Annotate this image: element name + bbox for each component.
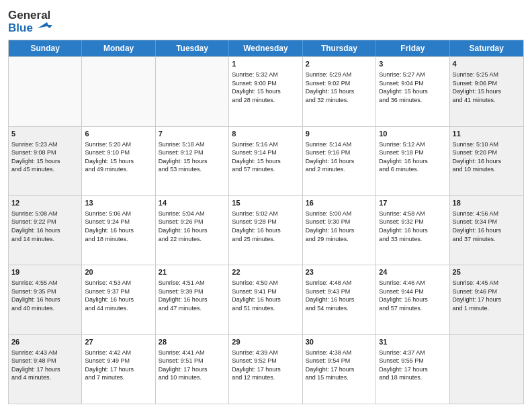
header-day-monday: Monday: [82, 40, 155, 56]
day-info: Sunrise: 5:29 AM Sunset: 9:02 PM Dayligh…: [306, 71, 373, 104]
day-info: Sunrise: 5:32 AM Sunset: 9:00 PM Dayligh…: [232, 71, 299, 104]
page: General Blue SundayMondayTuesdayWednesda…: [0, 0, 532, 411]
calendar-cell: 28Sunrise: 4:41 AM Sunset: 9:51 PM Dayli…: [156, 335, 229, 404]
calendar-cell: [82, 57, 155, 126]
day-number: 30: [306, 337, 373, 347]
day-info: Sunrise: 5:00 AM Sunset: 9:30 PM Dayligh…: [306, 210, 373, 243]
day-number: 5: [11, 129, 79, 139]
day-number: 13: [85, 198, 152, 208]
calendar-cell: 3Sunrise: 5:27 AM Sunset: 9:04 PM Daylig…: [376, 57, 449, 126]
day-number: 18: [453, 198, 521, 208]
header-day-friday: Friday: [376, 40, 449, 56]
calendar-cell: 1Sunrise: 5:32 AM Sunset: 9:00 PM Daylig…: [229, 57, 302, 126]
calendar-cell: 30Sunrise: 4:38 AM Sunset: 9:54 PM Dayli…: [303, 335, 376, 404]
calendar-cell: 8Sunrise: 5:16 AM Sunset: 9:14 PM Daylig…: [229, 127, 302, 195]
calendar-cell: 4Sunrise: 5:25 AM Sunset: 9:06 PM Daylig…: [450, 57, 523, 126]
calendar-cell: 25Sunrise: 4:45 AM Sunset: 9:46 PM Dayli…: [450, 265, 523, 334]
calendar-cell: 13Sunrise: 5:06 AM Sunset: 9:24 PM Dayli…: [82, 196, 155, 265]
calendar-cell: 6Sunrise: 5:20 AM Sunset: 9:10 PM Daylig…: [82, 127, 155, 195]
header-day-thursday: Thursday: [303, 40, 376, 56]
day-number: 23: [306, 267, 373, 277]
calendar-cell: 18Sunrise: 4:56 AM Sunset: 9:34 PM Dayli…: [450, 196, 523, 265]
header: General Blue: [8, 7, 524, 34]
logo-general: General: [8, 9, 52, 22]
day-number: 3: [379, 59, 446, 69]
day-info: Sunrise: 4:51 AM Sunset: 9:39 PM Dayligh…: [159, 279, 226, 312]
day-info: Sunrise: 5:14 AM Sunset: 9:16 PM Dayligh…: [306, 140, 373, 174]
day-info: Sunrise: 4:50 AM Sunset: 9:41 PM Dayligh…: [232, 279, 299, 312]
day-number: 12: [11, 198, 79, 208]
day-number: 16: [306, 198, 373, 208]
day-info: Sunrise: 4:46 AM Sunset: 9:44 PM Dayligh…: [379, 279, 446, 312]
calendar-cell: 20Sunrise: 4:53 AM Sunset: 9:37 PM Dayli…: [82, 265, 155, 334]
day-number: 10: [379, 129, 446, 139]
day-info: Sunrise: 4:53 AM Sunset: 9:37 PM Dayligh…: [85, 279, 152, 312]
calendar-cell: 24Sunrise: 4:46 AM Sunset: 9:44 PM Dayli…: [376, 265, 449, 334]
day-info: Sunrise: 5:16 AM Sunset: 9:14 PM Dayligh…: [232, 140, 299, 174]
calendar-cell: 14Sunrise: 5:04 AM Sunset: 9:26 PM Dayli…: [156, 196, 229, 265]
calendar-body: 1Sunrise: 5:32 AM Sunset: 9:00 PM Daylig…: [9, 56, 523, 404]
calendar-cell: 5Sunrise: 5:23 AM Sunset: 9:08 PM Daylig…: [9, 127, 82, 195]
day-number: 2: [306, 59, 373, 69]
day-number: 21: [159, 267, 226, 277]
week-row-4: 19Sunrise: 4:55 AM Sunset: 9:35 PM Dayli…: [9, 265, 523, 334]
day-number: 11: [453, 129, 521, 139]
calendar-cell: 7Sunrise: 5:18 AM Sunset: 9:12 PM Daylig…: [156, 127, 229, 195]
day-number: 22: [232, 267, 299, 277]
calendar: SundayMondayTuesdayWednesdayThursdayFrid…: [8, 40, 524, 404]
day-number: 28: [159, 337, 226, 347]
week-row-5: 26Sunrise: 4:43 AM Sunset: 9:48 PM Dayli…: [9, 334, 523, 404]
day-info: Sunrise: 5:04 AM Sunset: 9:26 PM Dayligh…: [159, 210, 226, 243]
calendar-cell: 31Sunrise: 4:37 AM Sunset: 9:55 PM Dayli…: [376, 335, 449, 404]
day-info: Sunrise: 4:45 AM Sunset: 9:46 PM Dayligh…: [453, 279, 521, 312]
day-info: Sunrise: 4:41 AM Sunset: 9:51 PM Dayligh…: [159, 349, 226, 382]
day-info: Sunrise: 4:58 AM Sunset: 9:32 PM Dayligh…: [379, 210, 446, 243]
day-info: Sunrise: 5:06 AM Sunset: 9:24 PM Dayligh…: [85, 210, 152, 243]
week-row-3: 12Sunrise: 5:08 AM Sunset: 9:22 PM Dayli…: [9, 195, 523, 265]
day-number: 14: [159, 198, 226, 208]
week-row-2: 5Sunrise: 5:23 AM Sunset: 9:08 PM Daylig…: [9, 126, 523, 195]
logo: General Blue: [8, 7, 52, 34]
calendar-cell: [450, 335, 523, 404]
header-day-tuesday: Tuesday: [156, 40, 229, 56]
day-number: 15: [232, 198, 299, 208]
calendar-cell: [9, 57, 82, 126]
day-info: Sunrise: 5:20 AM Sunset: 9:10 PM Dayligh…: [85, 140, 152, 174]
calendar-header-row: SundayMondayTuesdayWednesdayThursdayFrid…: [9, 40, 523, 56]
calendar-cell: 16Sunrise: 5:00 AM Sunset: 9:30 PM Dayli…: [303, 196, 376, 265]
day-info: Sunrise: 4:42 AM Sunset: 9:49 PM Dayligh…: [85, 349, 152, 382]
day-number: 27: [85, 337, 152, 347]
day-number: 31: [379, 337, 446, 347]
calendar-cell: 23Sunrise: 4:48 AM Sunset: 9:43 PM Dayli…: [303, 265, 376, 334]
calendar-cell: 15Sunrise: 5:02 AM Sunset: 9:28 PM Dayli…: [229, 196, 302, 265]
calendar-cell: 22Sunrise: 4:50 AM Sunset: 9:41 PM Dayli…: [229, 265, 302, 334]
day-number: 20: [85, 267, 152, 277]
day-number: 26: [11, 337, 79, 347]
week-row-1: 1Sunrise: 5:32 AM Sunset: 9:00 PM Daylig…: [9, 56, 523, 126]
day-info: Sunrise: 5:27 AM Sunset: 9:04 PM Dayligh…: [379, 71, 446, 104]
day-number: 6: [85, 129, 152, 139]
day-info: Sunrise: 4:48 AM Sunset: 9:43 PM Dayligh…: [306, 279, 373, 312]
calendar-cell: 29Sunrise: 4:39 AM Sunset: 9:52 PM Dayli…: [229, 335, 302, 404]
header-day-wednesday: Wednesday: [229, 40, 302, 56]
calendar-cell: 2Sunrise: 5:29 AM Sunset: 9:02 PM Daylig…: [303, 57, 376, 126]
logo-bird-icon: [38, 22, 52, 34]
calendar-cell: 11Sunrise: 5:10 AM Sunset: 9:20 PM Dayli…: [450, 127, 523, 195]
day-info: Sunrise: 5:08 AM Sunset: 9:22 PM Dayligh…: [11, 210, 79, 243]
day-info: Sunrise: 4:39 AM Sunset: 9:52 PM Dayligh…: [232, 349, 299, 382]
day-info: Sunrise: 4:37 AM Sunset: 9:55 PM Dayligh…: [379, 349, 446, 382]
calendar-cell: 10Sunrise: 5:12 AM Sunset: 9:18 PM Dayli…: [376, 127, 449, 195]
calendar-cell: 17Sunrise: 4:58 AM Sunset: 9:32 PM Dayli…: [376, 196, 449, 265]
logo-blue: Blue: [8, 22, 52, 35]
day-number: 25: [453, 267, 521, 277]
day-number: 1: [232, 59, 299, 69]
calendar-cell: 26Sunrise: 4:43 AM Sunset: 9:48 PM Dayli…: [9, 335, 82, 404]
day-number: 29: [232, 337, 299, 347]
day-info: Sunrise: 4:55 AM Sunset: 9:35 PM Dayligh…: [11, 279, 79, 312]
day-number: 24: [379, 267, 446, 277]
day-number: 9: [306, 129, 373, 139]
header-day-saturday: Saturday: [450, 40, 523, 56]
day-info: Sunrise: 5:23 AM Sunset: 9:08 PM Dayligh…: [11, 140, 79, 174]
day-info: Sunrise: 5:25 AM Sunset: 9:06 PM Dayligh…: [453, 71, 521, 104]
day-info: Sunrise: 4:43 AM Sunset: 9:48 PM Dayligh…: [11, 349, 79, 382]
